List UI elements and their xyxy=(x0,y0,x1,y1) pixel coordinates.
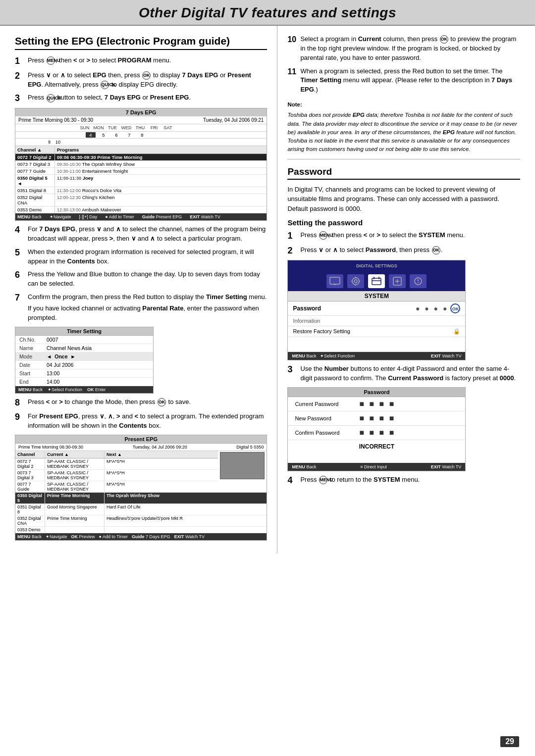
pepg-curr-0352: Prime Time Morning xyxy=(45,515,105,526)
ds-title-text: DIGITAL SETTINGS xyxy=(356,263,397,268)
svg-rect-9 xyxy=(372,278,381,285)
timer-label-chno: Ch.No. xyxy=(19,337,47,343)
pw-new-dots: ■ ■ ■ ■ xyxy=(359,414,395,423)
timer-title: Timer Setting xyxy=(15,327,153,336)
pw-spacer xyxy=(288,453,465,463)
epg-footer-guide: Guide Present EPG xyxy=(142,214,182,219)
step-9: 9 For Present EPG, press ∨, ∧, > and < t… xyxy=(15,412,267,431)
step-4-num: 4 xyxy=(15,225,28,236)
epg-day-1 xyxy=(18,125,78,130)
note-text: Toshiba does not provide EPG data; there… xyxy=(287,111,520,153)
step-4-content: For 7 Days EPG, press ∨ and ∧ to select … xyxy=(28,225,267,244)
ds-ok-btn: OK xyxy=(450,303,460,313)
pw-confirm-label: Confirm Password xyxy=(295,430,359,436)
pepg-ch-0353: 0353 Demo xyxy=(15,527,45,533)
pepg-row-0073: 0073 7 Digital 3 SP-AAM: CLASSIC / MEDBA… xyxy=(15,470,218,481)
svg-point-3 xyxy=(352,278,359,285)
epg-day-6: 6 xyxy=(111,132,121,138)
step-6: 6 Press the Yellow and Blue button to ch… xyxy=(15,270,267,289)
step-10: 10 Select a program in Current column, t… xyxy=(287,35,520,63)
epg-footer-menu: MENU Back xyxy=(17,214,42,219)
epg-ch-0353: 0353 Demo xyxy=(15,206,55,213)
pepg-ch-0351: 0351 Digital 8 xyxy=(15,504,45,515)
step-11-content: When a program is selected, press the Re… xyxy=(300,67,520,95)
pepg-col-ch: Channel xyxy=(15,451,45,458)
ds-password-val: ● ● ● ● OK xyxy=(416,303,461,313)
pw-current-label: Current Password xyxy=(295,401,359,407)
right-column: 10 Select a program in Current column, t… xyxy=(277,26,520,554)
ds-icon-4 xyxy=(389,274,406,288)
pepg-footer-nav: ✦Navigate xyxy=(46,534,67,539)
pepg-ch-0350: 0350 Digital 5 xyxy=(15,493,45,504)
pepg-col-headers: Channel Current ▲ Next ▲ xyxy=(15,451,218,458)
pw-step-1-num: 1 xyxy=(287,231,300,242)
step-7: 7 Confirm the program, then press the Re… xyxy=(15,293,267,323)
timer-row-date: Date 04 Jul 2006 xyxy=(15,361,153,369)
timer-footer-menu: MENU Back xyxy=(18,387,43,392)
timer-val-date: 04 Jul 2006 xyxy=(47,362,149,368)
timer-row-end: End 14:00 xyxy=(15,378,153,386)
page-number: 29 xyxy=(500,736,519,747)
pw-input-table: Password Current Password ■ ■ ■ ■ New Pa… xyxy=(287,387,466,471)
pepg-footer-timer: ● Add to Timer xyxy=(99,534,128,539)
pw-step-1-content: Press MENU, then press < or > to select … xyxy=(300,231,520,240)
step-2-num: 2 xyxy=(15,71,28,82)
epg-7days-footer: MENU Back ✦Navigate [-][+] Day ● Add to … xyxy=(15,213,267,220)
pw-footer-exit: EXIT Watch TV xyxy=(431,464,462,469)
digital-settings-table: DIGITAL SETTINGS xyxy=(287,260,466,360)
epg-prog-0353: 12:30-13:00 Ambush Makeover xyxy=(55,206,267,213)
ds-icon-system-active xyxy=(368,274,385,288)
epg-date-row: Prime Time Morning 06:30 - 09:30 Tuesday… xyxy=(15,116,267,124)
epg-day-4: 4 xyxy=(86,132,96,138)
epg-row-0073: 0073 7 Digital 3 09:30-10:30 The Oprah W… xyxy=(15,161,267,168)
timer-footer: MENU Back ✦Select Function OK Enter xyxy=(15,386,153,393)
ds-footer-right: EXIT Watch TV xyxy=(431,353,462,358)
timer-row-start: Start 13:00 xyxy=(15,369,153,378)
epg-col-programs: Programs xyxy=(55,146,267,153)
ds-icon-2 xyxy=(347,274,364,288)
pepg-content-area: Channel Current ▲ Next ▲ 0072 7 Digital … xyxy=(15,451,267,533)
epg-day-thu: THU xyxy=(133,125,147,130)
pw-step-2-num: 2 xyxy=(287,246,300,256)
ds-password-label: Password xyxy=(293,305,416,312)
epg-row-0352: 0352 Digital CNA 12:00-12:30 Ching's Kit… xyxy=(15,194,267,206)
menu-btn-pw4: MENU xyxy=(319,476,327,484)
quick-button-icon: QUICK xyxy=(101,81,109,89)
ds-password-row: Password ● ● ● ● OK xyxy=(288,302,465,316)
pepg-title: Present EPG xyxy=(15,435,267,444)
pepg-ch-0072: 0072 7 Digital 2 xyxy=(15,458,45,469)
epg-footer-exit: EXIT Watch TV xyxy=(190,214,220,219)
pepg-next-0351: Hard Fact Of Life xyxy=(105,504,267,515)
note-box: Note: Toshiba does not provide EPG data;… xyxy=(287,101,520,154)
epg-date: Tuesday, 04 Jul 2006 09:21 xyxy=(203,117,264,123)
step-4: 4 For 7 Days EPG, press ∨ and ∧ to selec… xyxy=(15,225,267,244)
epg-prog-0351: 11:30-12:00 Rocco's Dolce Vita xyxy=(55,187,267,194)
pepg-preview-thumbnail xyxy=(220,452,265,479)
timer-label-mode: Mode xyxy=(19,353,47,359)
timer-label-date: Date xyxy=(19,362,47,368)
ds-empty-row xyxy=(288,337,465,352)
content-area: Setting the EPG (Electronic Program guid… xyxy=(0,26,535,554)
pepg-next-0072: M*A*S*H xyxy=(105,458,218,469)
epg-day-8: 8 xyxy=(137,132,147,138)
epg-prog-0072: 09:06 06:30-09:30 Prime Time Morning xyxy=(55,154,267,160)
pepg-info-ch: Digital 5 0350 xyxy=(236,445,264,450)
page: Other Digital TV features and settings S… xyxy=(0,0,535,756)
epg-program-name: Prime Time Morning 06:30 - 09:30 xyxy=(18,117,93,123)
epg-prog-0073: 09:30-10:30 The Oprah Winfrey Show xyxy=(55,161,267,167)
timer-label-start: Start xyxy=(19,370,47,376)
pepg-row-0352: 0352 Digital CNA Prime Time Morning Head… xyxy=(15,515,267,527)
pw-step-3-content: Use the Number buttons to enter 4-digit … xyxy=(300,364,520,383)
epg-day-7: 7 xyxy=(124,132,134,138)
pepg-curr-0072: SP-AAM: CLASSIC / MEDBANK SYDNEY xyxy=(45,458,105,469)
pw-current-dots: ■ ■ ■ ■ xyxy=(359,400,395,408)
timer-row-name: Name Channel News Asia xyxy=(15,344,153,353)
epg-row-0350: 0350 Digital 5 ◄ 11:00-11:30 Joey xyxy=(15,175,267,187)
quick-button-icon-2: QUICK xyxy=(47,94,55,102)
timer-row-mode: Mode ◄ Once ► xyxy=(15,353,153,361)
pepg-info-row: Prime Time Morning 06:30-09:30 Tuesday, … xyxy=(15,444,267,451)
pepg-table: Present EPG Prime Time Morning 06:30-09:… xyxy=(15,435,267,541)
ok-btn-8: OK xyxy=(158,398,166,406)
pw-step-2-content: Press ∨ or ∧ to select Password, then pr… xyxy=(300,246,520,255)
pepg-row-0072: 0072 7 Digital 2 SP-AAM: CLASSIC / MEDBA… xyxy=(15,458,218,470)
